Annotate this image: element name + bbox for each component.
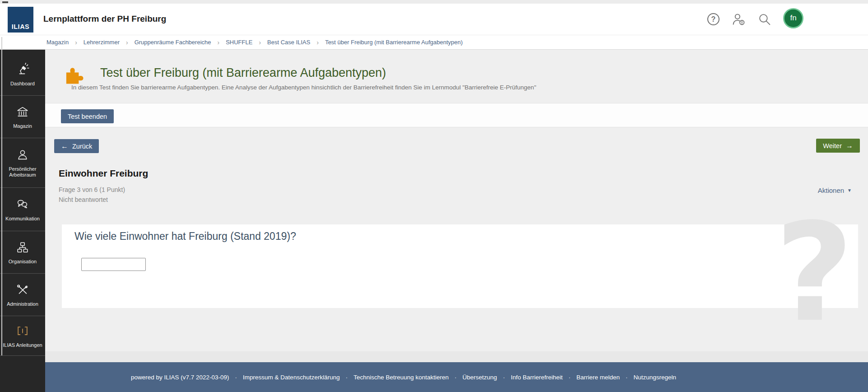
footer-link[interactable]: Übersetzung [463, 374, 497, 381]
footer-separator: · [568, 374, 571, 381]
sidebar-item-dashboard[interactable]: Dashboard [0, 53, 45, 96]
test-object-icon [64, 66, 85, 84]
user-avatar[interactable]: fn [783, 8, 803, 28]
footer-link[interactable]: Info Barrierefreiheit [511, 374, 563, 381]
topbar-icons: ? fn [707, 4, 803, 35]
sidebar-item-label: Magazin [13, 123, 32, 129]
breadcrumb-separator-icon: › [316, 39, 319, 46]
footer-link[interactable]: Barriere melden [576, 374, 620, 381]
breadcrumb-separator-icon: › [218, 39, 220, 46]
breadcrumb-item[interactable]: Magazin [46, 39, 69, 46]
manual-icon [16, 324, 29, 338]
help-icon: ? [707, 13, 719, 25]
repository-icon [16, 105, 29, 119]
footer-separator: · [346, 374, 348, 381]
finish-test-button[interactable]: Test beenden [61, 109, 114, 123]
sidebar-item-magazin[interactable]: Magazin [0, 96, 45, 138]
chevron-down-icon: ▼ [847, 188, 852, 193]
scrollbar-track-artifact [1, 37, 2, 355]
ilias-logo[interactable]: ILIAS [8, 7, 33, 33]
footer-link[interactable]: Impressum & Datenschutzerklärung [243, 374, 340, 381]
chat-icon [16, 197, 29, 212]
question-progress: Frage 3 von 6 (1 Punkt) [59, 186, 125, 193]
help-button[interactable]: ? [707, 13, 719, 25]
user-status-icon [732, 13, 746, 26]
sidebar: DashboardMagazinPersönlicher Arbeitsraum… [0, 50, 45, 392]
sidebar-item-arbeitsraum[interactable]: Persönlicher Arbeitsraum [0, 138, 45, 188]
search-icon [758, 13, 771, 26]
footer-link[interactable]: Nutzungsregeln [633, 374, 676, 381]
sidebar-item-label: Administration [7, 301, 38, 307]
main-content: Test über Freiburg (mit Barrierearme Auf… [45, 50, 868, 392]
footer-separator: · [626, 374, 628, 381]
sidebar-item-label: Dashboard [10, 81, 35, 87]
next-button[interactable]: Weiter → [816, 139, 860, 153]
orgchart-icon [16, 240, 29, 255]
footer-link[interactable]: Technische Betreuung kontaktieren [353, 374, 449, 381]
sidebar-item-label: Organisation [9, 259, 37, 265]
online-users-button[interactable] [732, 13, 746, 26]
actions-label: Aktionen [818, 187, 844, 194]
actions-dropdown[interactable]: Aktionen ▼ [818, 187, 852, 194]
search-button[interactable] [758, 13, 771, 26]
tools-icon [16, 283, 29, 297]
top-header: ILIAS Lernplattform der PH Freiburg ? [0, 4, 868, 35]
question-card: Wie viele Einwohner hat Freiburg (Stand … [62, 224, 858, 308]
sidebar-item-organisation[interactable]: Organisation [0, 231, 45, 274]
breadcrumb-item[interactable]: Test über Freiburg (mit Barrierearme Auf… [325, 39, 463, 46]
breadcrumb-separator-icon: › [75, 39, 77, 46]
sidebar-item-anleitungen[interactable]: ILIAS Anleitungen [0, 316, 45, 356]
arrow-right-icon: → [846, 142, 853, 149]
breadcrumb-item[interactable]: Lehrerzimmer [84, 39, 120, 46]
question-title: Einwohner Freiburg [59, 168, 148, 179]
breadcrumb-separator-icon: › [126, 39, 128, 46]
footer-separator: · [455, 374, 457, 381]
breadcrumb-separator-icon: › [259, 39, 261, 46]
back-button[interactable]: ← Zurück [54, 139, 99, 153]
next-label: Weiter [823, 142, 842, 149]
arrow-left-icon: ← [61, 143, 68, 150]
powered-by-text: powered by ILIAS (v7.7 2022-03-09) [131, 374, 229, 381]
back-label: Zurück [72, 143, 92, 150]
breadcrumb-item[interactable]: Best Case ILIAS [267, 39, 310, 46]
page-description: In diesem Test finden Sie barrierearme A… [71, 84, 536, 91]
finish-test-label: Test beenden [68, 113, 107, 120]
content-bottom-strip [45, 351, 868, 362]
app-title: Lernplattform der PH Freiburg [43, 14, 166, 24]
dashboard-icon [16, 62, 29, 77]
sidebar-item-label: ILIAS Anleitungen [3, 342, 42, 348]
breadcrumb: Magazin›Lehrerzimmer›Gruppenräume Fachbe… [0, 35, 868, 50]
sidebar-item-administration[interactable]: Administration [0, 274, 45, 316]
answer-input[interactable] [81, 258, 146, 271]
sidebar-item-label: Persönlicher Arbeitsraum [1, 166, 44, 178]
scrollbar-artifact [2, 1, 8, 3]
test-toolbar: Test beenden [45, 103, 868, 127]
breadcrumb-item[interactable]: SHUFFLE [226, 39, 252, 46]
question-status: Nicht beantwortet [59, 196, 108, 203]
footer: powered by ILIAS (v7.7 2022-03-09)·Impre… [45, 362, 868, 392]
sidebar-item-label: Kommunikation [5, 216, 40, 222]
sidebar-filler [0, 356, 45, 392]
sidebar-item-kommunikation[interactable]: Kommunikation [0, 188, 45, 231]
ilias-logo-label: ILIAS [12, 23, 30, 30]
question-prompt: Wie viele Einwohner hat Freiburg (Stand … [74, 230, 296, 243]
footer-separator: · [503, 374, 505, 381]
breadcrumb-item[interactable]: Gruppenräume Fachbereiche [135, 39, 211, 46]
footer-separator: · [235, 374, 237, 381]
page-title: Test über Freiburg (mit Barrierearme Auf… [100, 65, 386, 80]
user-icon [16, 148, 29, 162]
